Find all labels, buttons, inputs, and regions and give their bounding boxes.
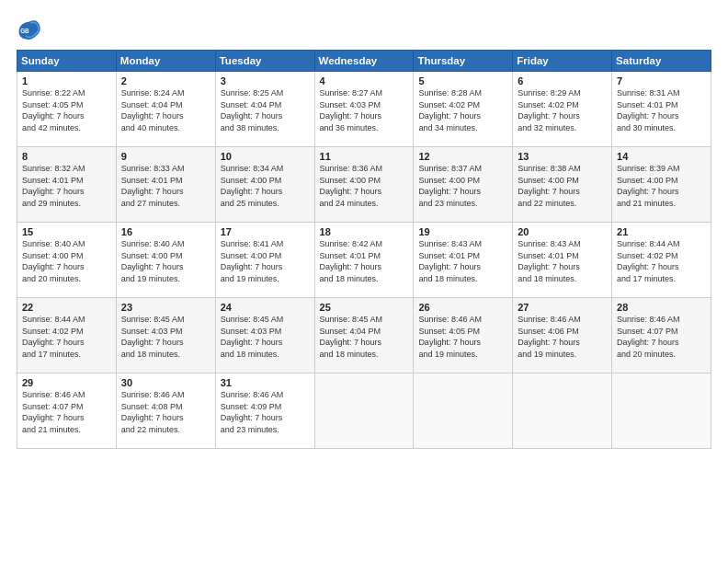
calendar-cell: [612, 373, 711, 449]
day-info: Sunrise: 8:44 AM Sunset: 4:02 PM Dayligh…: [617, 238, 706, 284]
day-number: 23: [121, 302, 210, 313]
day-number: 17: [221, 226, 310, 237]
calendar-cell: 6Sunrise: 8:29 AM Sunset: 4:02 PM Daylig…: [513, 72, 612, 147]
calendar-cell: 12Sunrise: 8:37 AM Sunset: 4:00 PM Dayli…: [414, 147, 513, 223]
calendar-cell: 22Sunrise: 8:44 AM Sunset: 4:02 PM Dayli…: [17, 298, 117, 373]
calendar-cell: 25Sunrise: 8:45 AM Sunset: 4:04 PM Dayli…: [314, 298, 414, 373]
calendar-cell: [513, 373, 612, 449]
calendar-week-3: 15Sunrise: 8:40 AM Sunset: 4:00 PM Dayli…: [17, 223, 711, 298]
page: GB SundayMondayTuesdayWednesdayThursdayF…: [0, 0, 728, 563]
day-number: 15: [22, 226, 111, 237]
calendar-cell: 21Sunrise: 8:44 AM Sunset: 4:02 PM Dayli…: [612, 223, 711, 298]
col-header-wednesday: Wednesday: [314, 51, 414, 72]
calendar-cell: 16Sunrise: 8:40 AM Sunset: 4:00 PM Dayli…: [116, 223, 215, 298]
day-number: 19: [418, 226, 507, 237]
calendar-cell: 28Sunrise: 8:46 AM Sunset: 4:07 PM Dayli…: [612, 298, 711, 373]
calendar-cell: 29Sunrise: 8:46 AM Sunset: 4:07 PM Dayli…: [17, 373, 117, 449]
calendar-week-1: 1Sunrise: 8:22 AM Sunset: 4:05 PM Daylig…: [17, 72, 711, 147]
day-info: Sunrise: 8:46 AM Sunset: 4:06 PM Dayligh…: [518, 314, 607, 360]
header: GB: [17, 17, 711, 42]
day-info: Sunrise: 8:31 AM Sunset: 4:01 PM Dayligh…: [617, 87, 706, 133]
calendar-week-4: 22Sunrise: 8:44 AM Sunset: 4:02 PM Dayli…: [17, 298, 711, 373]
day-number: 30: [121, 377, 210, 388]
calendar-cell: 9Sunrise: 8:33 AM Sunset: 4:01 PM Daylig…: [116, 147, 215, 223]
day-number: 24: [221, 302, 310, 313]
logo: GB: [17, 17, 46, 42]
calendar-cell: 18Sunrise: 8:42 AM Sunset: 4:01 PM Dayli…: [314, 223, 414, 298]
day-info: Sunrise: 8:43 AM Sunset: 4:01 PM Dayligh…: [518, 238, 607, 284]
calendar-cell: 1Sunrise: 8:22 AM Sunset: 4:05 PM Daylig…: [17, 72, 117, 147]
day-number: 10: [221, 151, 310, 162]
calendar-cell: 30Sunrise: 8:46 AM Sunset: 4:08 PM Dayli…: [116, 373, 215, 449]
day-info: Sunrise: 8:41 AM Sunset: 4:00 PM Dayligh…: [221, 238, 310, 284]
calendar-cell: 11Sunrise: 8:36 AM Sunset: 4:00 PM Dayli…: [314, 147, 414, 223]
day-info: Sunrise: 8:37 AM Sunset: 4:00 PM Dayligh…: [418, 163, 507, 209]
day-info: Sunrise: 8:46 AM Sunset: 4:08 PM Dayligh…: [121, 389, 210, 435]
day-info: Sunrise: 8:40 AM Sunset: 4:00 PM Dayligh…: [22, 238, 111, 284]
day-info: Sunrise: 8:28 AM Sunset: 4:02 PM Dayligh…: [418, 87, 507, 133]
day-info: Sunrise: 8:46 AM Sunset: 4:07 PM Dayligh…: [22, 389, 111, 435]
calendar-cell: 17Sunrise: 8:41 AM Sunset: 4:00 PM Dayli…: [215, 223, 314, 298]
calendar-cell: 8Sunrise: 8:32 AM Sunset: 4:01 PM Daylig…: [17, 147, 117, 223]
calendar-cell: [414, 373, 513, 449]
col-header-thursday: Thursday: [414, 51, 513, 72]
day-number: 2: [121, 75, 210, 86]
calendar-cell: 5Sunrise: 8:28 AM Sunset: 4:02 PM Daylig…: [414, 72, 513, 147]
day-number: 25: [320, 302, 409, 313]
day-info: Sunrise: 8:42 AM Sunset: 4:01 PM Dayligh…: [320, 238, 409, 284]
day-number: 31: [221, 377, 310, 388]
day-info: Sunrise: 8:40 AM Sunset: 4:00 PM Dayligh…: [121, 238, 210, 284]
calendar-week-5: 29Sunrise: 8:46 AM Sunset: 4:07 PM Dayli…: [17, 373, 711, 449]
day-info: Sunrise: 8:46 AM Sunset: 4:05 PM Dayligh…: [418, 314, 507, 360]
day-number: 22: [22, 302, 111, 313]
calendar-cell: 13Sunrise: 8:38 AM Sunset: 4:00 PM Dayli…: [513, 147, 612, 223]
col-header-saturday: Saturday: [612, 51, 711, 72]
col-header-friday: Friday: [513, 51, 612, 72]
calendar-cell: [314, 373, 414, 449]
day-info: Sunrise: 8:33 AM Sunset: 4:01 PM Dayligh…: [121, 163, 210, 209]
col-header-tuesday: Tuesday: [215, 51, 314, 72]
day-info: Sunrise: 8:27 AM Sunset: 4:03 PM Dayligh…: [320, 87, 409, 133]
day-info: Sunrise: 8:44 AM Sunset: 4:02 PM Dayligh…: [22, 314, 111, 360]
calendar-cell: 15Sunrise: 8:40 AM Sunset: 4:00 PM Dayli…: [17, 223, 117, 298]
day-number: 13: [518, 151, 607, 162]
calendar-cell: 27Sunrise: 8:46 AM Sunset: 4:06 PM Dayli…: [513, 298, 612, 373]
calendar-cell: 2Sunrise: 8:24 AM Sunset: 4:04 PM Daylig…: [116, 72, 215, 147]
day-number: 28: [617, 302, 706, 313]
day-number: 12: [418, 151, 507, 162]
day-number: 26: [418, 302, 507, 313]
day-info: Sunrise: 8:45 AM Sunset: 4:04 PM Dayligh…: [320, 314, 409, 360]
calendar-cell: 20Sunrise: 8:43 AM Sunset: 4:01 PM Dayli…: [513, 223, 612, 298]
day-number: 27: [518, 302, 607, 313]
col-header-monday: Monday: [116, 51, 215, 72]
calendar-cell: 3Sunrise: 8:25 AM Sunset: 4:04 PM Daylig…: [215, 72, 314, 147]
day-number: 11: [320, 151, 409, 162]
day-number: 4: [320, 75, 409, 86]
day-number: 29: [22, 377, 111, 388]
day-info: Sunrise: 8:29 AM Sunset: 4:02 PM Dayligh…: [518, 87, 607, 133]
day-info: Sunrise: 8:45 AM Sunset: 4:03 PM Dayligh…: [121, 314, 210, 360]
day-number: 16: [121, 226, 210, 237]
day-info: Sunrise: 8:22 AM Sunset: 4:05 PM Dayligh…: [22, 87, 111, 133]
calendar-cell: 23Sunrise: 8:45 AM Sunset: 4:03 PM Dayli…: [116, 298, 215, 373]
calendar-week-2: 8Sunrise: 8:32 AM Sunset: 4:01 PM Daylig…: [17, 147, 711, 223]
calendar-cell: 26Sunrise: 8:46 AM Sunset: 4:05 PM Dayli…: [414, 298, 513, 373]
day-info: Sunrise: 8:32 AM Sunset: 4:01 PM Dayligh…: [22, 163, 111, 209]
calendar-cell: 31Sunrise: 8:46 AM Sunset: 4:09 PM Dayli…: [215, 373, 314, 449]
day-info: Sunrise: 8:34 AM Sunset: 4:00 PM Dayligh…: [221, 163, 310, 209]
day-number: 7: [617, 75, 706, 86]
day-info: Sunrise: 8:38 AM Sunset: 4:00 PM Dayligh…: [518, 163, 607, 209]
calendar-header-row: SundayMondayTuesdayWednesdayThursdayFrid…: [17, 51, 711, 72]
day-number: 21: [617, 226, 706, 237]
logo-icon: GB: [17, 17, 42, 42]
day-info: Sunrise: 8:36 AM Sunset: 4:00 PM Dayligh…: [320, 163, 409, 209]
day-number: 20: [518, 226, 607, 237]
day-info: Sunrise: 8:43 AM Sunset: 4:01 PM Dayligh…: [418, 238, 507, 284]
day-number: 9: [121, 151, 210, 162]
calendar-cell: 7Sunrise: 8:31 AM Sunset: 4:01 PM Daylig…: [612, 72, 711, 147]
day-info: Sunrise: 8:24 AM Sunset: 4:04 PM Dayligh…: [121, 87, 210, 133]
svg-text:GB: GB: [20, 28, 29, 34]
calendar-cell: 14Sunrise: 8:39 AM Sunset: 4:00 PM Dayli…: [612, 147, 711, 223]
calendar-cell: 24Sunrise: 8:45 AM Sunset: 4:03 PM Dayli…: [215, 298, 314, 373]
day-number: 18: [320, 226, 409, 237]
